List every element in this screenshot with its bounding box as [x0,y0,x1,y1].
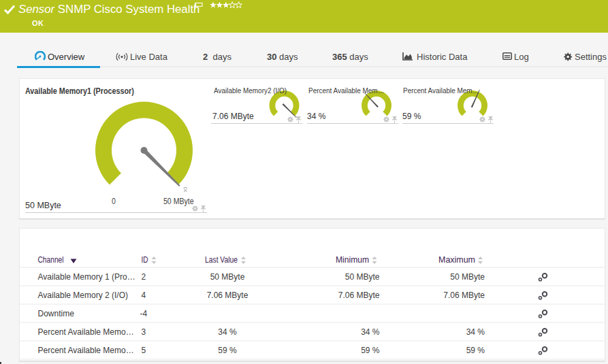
svg-text:34 %: 34 % [361,327,380,337]
svg-text:Channel: Channel [38,255,64,265]
svg-text:5: 5 [142,346,146,355]
svg-text:34 %: 34 % [466,327,485,337]
svg-text:50 MByte: 50 MByte [450,272,485,282]
svg-text:50 MByte: 50 MByte [210,272,245,282]
svg-text:Last Value: Last Value [205,255,238,265]
svg-text:59 %: 59 % [218,346,237,355]
svg-text:7.06 MByte: 7.06 MByte [207,291,249,300]
svg-text:59 %: 59 % [466,346,485,355]
svg-text:34 %: 34 % [218,327,237,337]
svg-text:7.06 MByte: 7.06 MByte [443,291,485,300]
svg-text:-4: -4 [140,309,148,318]
svg-text:50 MByte: 50 MByte [345,272,380,282]
svg-text:ID: ID [142,255,148,265]
svg-text:Downtime: Downtime [38,309,75,318]
svg-text:4: 4 [142,291,146,300]
svg-text:Percent Available Memo…: Percent Available Memo… [38,346,134,355]
svg-text:7.06 MByte: 7.06 MByte [338,291,380,300]
svg-text:Available Memory 2 (I/O): Available Memory 2 (I/O) [38,291,129,300]
svg-text:2: 2 [142,272,146,282]
svg-text:3: 3 [142,327,146,337]
svg-text:Percent Available Memo…: Percent Available Memo… [38,327,134,337]
svg-text:Available Memory 1 (Pro…: Available Memory 1 (Pro… [38,272,135,282]
svg-text:Maximum: Maximum [438,255,475,265]
svg-text:Minimum: Minimum [336,255,369,265]
svg-text:59 %: 59 % [361,346,380,355]
